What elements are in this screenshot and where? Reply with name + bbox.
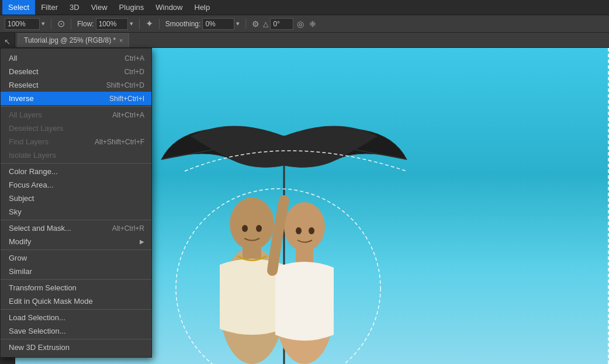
menu-item-similar[interactable]: Similar — [1, 265, 151, 278]
menu-section-1: All Ctrl+A Deselect Ctrl+D Reselect Shif… — [1, 50, 151, 107]
menu-item-save-selection[interactable]: Save Selection... — [1, 324, 151, 338]
zoom-input[interactable] — [5, 18, 40, 30]
target-icon: ◎ — [297, 19, 304, 29]
menu-item-edit-quick-mask[interactable]: Edit in Quick Mask Mode — [1, 294, 151, 308]
flow-label: Flow: — [77, 20, 94, 28]
svg-point-16 — [309, 227, 314, 234]
divider-2 — [71, 19, 71, 29]
menu-item-isolate-layers: Isolate Layers — [1, 148, 151, 162]
settings-icon[interactable]: ⚙ — [252, 19, 259, 29]
menu-item-deselect-layers: Deselect Layers — [1, 122, 151, 135]
angle-icon: △ — [263, 20, 268, 28]
svg-point-15 — [296, 227, 302, 234]
menu-item-sky[interactable]: Sky — [1, 205, 151, 219]
divider-3 — [139, 19, 140, 29]
menu-item-new-3d-extrusion[interactable]: New 3D Extrusion — [1, 341, 151, 354]
angle-control: △ — [263, 18, 293, 30]
menu-item-find-layers: Find Layers Alt+Shift+Ctrl+F — [1, 135, 151, 148]
angle-input[interactable] — [270, 18, 293, 30]
flow-arrow-icon: ▾ — [130, 20, 133, 27]
menu-bar: Select Filter 3D View Plugins Window Hel… — [0, 0, 609, 15]
menu-item-transform-selection[interactable]: Transform Selection — [1, 281, 151, 294]
flow-label-area: Flow: ▾ — [77, 18, 133, 30]
menu-item-all-layers: All Layers Alt+Ctrl+A — [1, 108, 151, 122]
divider-5 — [245, 19, 246, 29]
menu-item-deselect[interactable]: Deselect Ctrl+D — [1, 65, 151, 78]
menu-3d[interactable]: 3D — [64, 0, 85, 15]
smoothing-label-area: Smoothing: ▾ — [165, 18, 240, 30]
tab-filename: Tutorial.jpg @ 25% (RGB/8) * — [24, 36, 116, 44]
menu-section-4: Select and Mask... Alt+Ctrl+R Modify ▶ — [1, 220, 151, 250]
tab-bar: Tutorial.jpg @ 25% (RGB/8) * × — [15, 33, 609, 48]
menu-item-focus-area[interactable]: Focus Area... — [1, 178, 151, 192]
smoothing-label: Smoothing: — [165, 20, 201, 28]
brush-icon: ⊙ — [57, 18, 65, 29]
menu-window[interactable]: Window — [150, 0, 188, 15]
canvas-scene: .marching { stroke-dasharray: 6,4; anima… — [138, 84, 430, 364]
menu-item-load-selection[interactable]: Load Selection... — [1, 311, 151, 324]
smoothing-input[interactable] — [202, 18, 234, 30]
menu-item-subject[interactable]: Subject — [1, 192, 151, 205]
svg-point-8 — [230, 197, 274, 250]
menu-item-reselect[interactable]: Reselect Shift+Ctrl+D — [1, 78, 151, 92]
menu-section-7: Load Selection... Save Selection... — [1, 310, 151, 339]
brush-icon-area: ⊙ — [57, 18, 65, 29]
menu-item-all[interactable]: All Ctrl+A — [1, 51, 151, 65]
divider-4 — [159, 19, 160, 29]
divider-1 — [51, 19, 51, 29]
select-dropdown-menu: All Ctrl+A Deselect Ctrl+D Reselect Shif… — [0, 48, 152, 358]
menu-section-3: Color Range... Focus Area... Subject Sky — [1, 164, 151, 220]
svg-point-11 — [256, 225, 262, 232]
airbrush-icon-area: ✦ — [146, 18, 153, 29]
menu-filter[interactable]: Filter — [35, 0, 64, 15]
menu-section-8: New 3D Extrusion — [1, 339, 151, 355]
tool-move[interactable]: ↖ — [1, 35, 14, 48]
menu-section-2: All Layers Alt+Ctrl+A Deselect Layers Fi… — [1, 107, 151, 164]
menu-item-grow[interactable]: Grow — [1, 251, 151, 265]
menu-view[interactable]: View — [85, 0, 113, 15]
zoom-control: ▾ — [5, 18, 45, 30]
menu-help[interactable]: Help — [189, 0, 216, 15]
menu-item-color-range[interactable]: Color Range... — [1, 165, 151, 178]
options-bar: ▾ ⊙ Flow: ▾ ✦ Smoothing: ▾ ⚙ △ ◎ ❈ — [0, 15, 609, 33]
menu-item-modify[interactable]: Modify ▶ — [1, 235, 151, 248]
svg-rect-14 — [296, 247, 313, 264]
flow-input[interactable] — [96, 18, 128, 30]
close-tab-button[interactable]: × — [119, 37, 123, 44]
svg-point-13 — [284, 202, 325, 251]
airbrush-icon: ✦ — [146, 18, 153, 29]
menu-select[interactable]: Select — [2, 0, 35, 15]
svg-point-10 — [242, 225, 248, 232]
main-area: ↖ ⬜ ⌖ ✦ ⊡ ✏ ✎ ⊕ ◻ ▦ ⊘ ⊙ ✒ T ⬡ ✋ 🔍 Tutori… — [0, 33, 609, 364]
settings-icon-area: ⚙ — [252, 19, 259, 29]
butterfly-icon: ❈ — [309, 19, 316, 29]
menu-item-select-and-mask[interactable]: Select and Mask... Alt+Ctrl+R — [1, 221, 151, 235]
menu-item-inverse[interactable]: Inverse Shift+Ctrl+I — [1, 92, 151, 105]
menu-section-5: Grow Similar — [1, 250, 151, 280]
menu-section-6: Transform Selection Edit in Quick Mask M… — [1, 280, 151, 310]
smoothing-arrow-icon: ▾ — [236, 20, 240, 27]
zoom-arrow-icon: ▾ — [41, 20, 45, 27]
extra-icons: ◎ ❈ — [297, 19, 316, 29]
menu-plugins[interactable]: Plugins — [113, 0, 150, 15]
document-tab[interactable]: Tutorial.jpg @ 25% (RGB/8) * × — [18, 33, 129, 47]
